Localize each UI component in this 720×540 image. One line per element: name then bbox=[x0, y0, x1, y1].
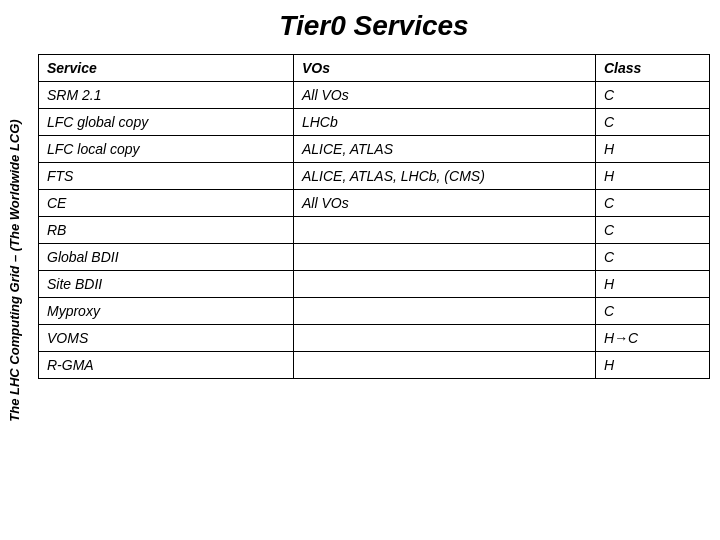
cell-service: LFC global copy bbox=[39, 109, 294, 136]
cell-service: RB bbox=[39, 217, 294, 244]
cell-service: LFC local copy bbox=[39, 136, 294, 163]
cell-service: Global BDII bbox=[39, 244, 294, 271]
cell-vos: All VOs bbox=[293, 190, 595, 217]
table-row: Site BDIIH bbox=[39, 271, 710, 298]
header-vos: VOs bbox=[293, 55, 595, 82]
table-row: RBC bbox=[39, 217, 710, 244]
table-row: FTSALICE, ATLAS, LHCb, (CMS)H bbox=[39, 163, 710, 190]
cell-vos bbox=[293, 217, 595, 244]
cell-vos bbox=[293, 352, 595, 379]
page-title: Tier0 Services bbox=[38, 10, 710, 42]
table-header-row: Service VOs Class bbox=[39, 55, 710, 82]
cell-class: C bbox=[595, 109, 709, 136]
cell-vos bbox=[293, 271, 595, 298]
cell-service: VOMS bbox=[39, 325, 294, 352]
cell-service: R-GMA bbox=[39, 352, 294, 379]
cell-vos: All VOs bbox=[293, 82, 595, 109]
table-row: CEAll VOsC bbox=[39, 190, 710, 217]
cell-class: H bbox=[595, 136, 709, 163]
cell-class: C bbox=[595, 190, 709, 217]
cell-vos bbox=[293, 325, 595, 352]
sidebar-label: The LHC Computing Grid – (The Worldwide … bbox=[0, 0, 28, 540]
table-row: MyproxyC bbox=[39, 298, 710, 325]
cell-vos bbox=[293, 244, 595, 271]
cell-class: H bbox=[595, 163, 709, 190]
table-row: LFC local copyALICE, ATLASH bbox=[39, 136, 710, 163]
main-content: Tier0 Services Service VOs Class SRM 2.1… bbox=[28, 0, 720, 389]
services-table: Service VOs Class SRM 2.1All VOsCLFC glo… bbox=[38, 54, 710, 379]
cell-service: SRM 2.1 bbox=[39, 82, 294, 109]
header-service: Service bbox=[39, 55, 294, 82]
cell-service: Site BDII bbox=[39, 271, 294, 298]
table-row: VOMSH→C bbox=[39, 325, 710, 352]
cell-vos: LHCb bbox=[293, 109, 595, 136]
cell-service: Myproxy bbox=[39, 298, 294, 325]
header-class: Class bbox=[595, 55, 709, 82]
cell-vos: ALICE, ATLAS bbox=[293, 136, 595, 163]
cell-vos bbox=[293, 298, 595, 325]
cell-service: FTS bbox=[39, 163, 294, 190]
table-row: R-GMAH bbox=[39, 352, 710, 379]
cell-class: C bbox=[595, 82, 709, 109]
cell-class: C bbox=[595, 217, 709, 244]
cell-class: H bbox=[595, 271, 709, 298]
table-row: SRM 2.1All VOsC bbox=[39, 82, 710, 109]
table-row: LFC global copyLHCbC bbox=[39, 109, 710, 136]
cell-service: CE bbox=[39, 190, 294, 217]
table-row: Global BDIIC bbox=[39, 244, 710, 271]
cell-vos: ALICE, ATLAS, LHCb, (CMS) bbox=[293, 163, 595, 190]
cell-class: H bbox=[595, 352, 709, 379]
cell-class: C bbox=[595, 244, 709, 271]
cell-class: H→C bbox=[595, 325, 709, 352]
cell-class: C bbox=[595, 298, 709, 325]
